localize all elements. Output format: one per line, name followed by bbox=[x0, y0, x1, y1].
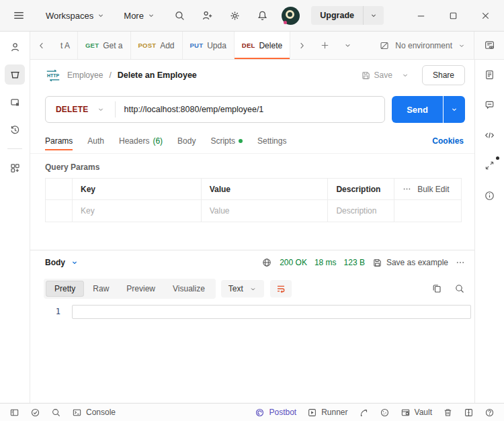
cookies-icon[interactable] bbox=[377, 408, 392, 418]
share-button[interactable]: Share bbox=[422, 65, 465, 85]
chevron-down-icon bbox=[249, 285, 257, 293]
search-response-icon[interactable] bbox=[454, 283, 465, 294]
left-sidebar-rail bbox=[0, 32, 30, 403]
save-button[interactable]: Save bbox=[361, 71, 392, 81]
postbot-label: Postbot bbox=[269, 408, 296, 417]
copy-icon[interactable] bbox=[431, 283, 442, 294]
sidebar-item-environments-icon[interactable] bbox=[5, 92, 25, 112]
user-avatar[interactable] bbox=[282, 7, 300, 25]
wrap-line-icon[interactable] bbox=[270, 280, 292, 297]
app-header: Workspaces More bbox=[0, 0, 504, 32]
row-select-cell[interactable] bbox=[46, 200, 73, 222]
view-visualize[interactable]: Visualize bbox=[164, 281, 214, 297]
request-tab-0[interactable]: t A bbox=[53, 32, 78, 59]
send-options-chevron-icon[interactable] bbox=[444, 96, 465, 123]
request-tab-2[interactable]: POST Add bbox=[131, 32, 183, 59]
request-tab-3[interactable]: PUT Upda bbox=[183, 32, 235, 59]
key-cell bbox=[73, 200, 202, 222]
sidebar-item-collections-icon[interactable] bbox=[5, 64, 25, 85]
response-body-dropdown[interactable]: Body bbox=[45, 258, 79, 267]
tab-scripts[interactable]: Scripts bbox=[210, 128, 243, 153]
notification-dot bbox=[496, 156, 499, 160]
invite-user-icon[interactable] bbox=[199, 7, 215, 24]
main-menu-icon[interactable] bbox=[11, 7, 27, 24]
tab-scripts-label: Scripts bbox=[210, 136, 235, 146]
tab-body[interactable]: Body bbox=[177, 128, 196, 153]
format-dropdown[interactable]: Text bbox=[221, 280, 264, 297]
more-menu[interactable]: More bbox=[124, 11, 155, 21]
capture-requests-icon[interactable] bbox=[356, 408, 372, 418]
value-input[interactable] bbox=[210, 206, 320, 216]
save-as-example-button[interactable]: Save as example bbox=[372, 258, 448, 268]
trash-icon[interactable] bbox=[440, 408, 456, 418]
vault-button[interactable]: Vault bbox=[398, 408, 435, 418]
tab-label: Delete bbox=[259, 41, 282, 50]
sidebar-item-apis-icon[interactable] bbox=[5, 37, 25, 57]
save-as-example-label: Save as example bbox=[386, 258, 448, 267]
globe-icon[interactable] bbox=[261, 257, 272, 268]
tab-label: t A bbox=[60, 41, 70, 50]
url-input-group: DELETE bbox=[45, 96, 385, 123]
find-replace-icon[interactable] bbox=[48, 408, 64, 418]
maximize-window-icon[interactable] bbox=[445, 7, 461, 24]
save-options-chevron-icon[interactable] bbox=[401, 71, 409, 79]
view-raw[interactable]: Raw bbox=[84, 281, 118, 297]
toggle-sidebar-icon[interactable] bbox=[7, 408, 22, 418]
response-more-options-icon[interactable] bbox=[456, 258, 465, 267]
related-requests-icon[interactable] bbox=[480, 156, 499, 175]
console-button[interactable]: Console bbox=[69, 408, 118, 418]
documentation-icon[interactable] bbox=[480, 65, 499, 84]
notifications-bell-icon[interactable] bbox=[254, 7, 270, 24]
split-pane-icon[interactable] bbox=[461, 408, 476, 418]
vault-label: Vault bbox=[415, 408, 432, 417]
code-snippet-icon[interactable] bbox=[480, 126, 499, 144]
postbot-button[interactable]: Postbot bbox=[252, 408, 299, 418]
help-icon[interactable] bbox=[482, 408, 497, 418]
response-size[interactable]: 123 B bbox=[344, 258, 365, 267]
view-preview[interactable]: Preview bbox=[118, 281, 164, 297]
upgrade-chevron-down-icon[interactable] bbox=[364, 6, 384, 25]
key-input[interactable] bbox=[81, 206, 193, 216]
tab-auth[interactable]: Auth bbox=[87, 128, 104, 153]
settings-gear-icon[interactable] bbox=[226, 7, 243, 24]
http-request-icon: HTTP bbox=[45, 69, 61, 82]
workspaces-label: Workspaces bbox=[46, 11, 93, 21]
environment-quick-look-icon[interactable] bbox=[474, 32, 504, 59]
chevron-down-icon bbox=[458, 42, 466, 50]
request-tab-1[interactable]: GET Get a bbox=[78, 32, 131, 59]
request-tab-4-active[interactable]: DEL Delete bbox=[235, 32, 290, 59]
sidebar-item-history-icon[interactable] bbox=[5, 120, 25, 140]
tab-params[interactable]: Params bbox=[45, 128, 73, 153]
query-params-table: Key Value Description Bulk Edit bbox=[45, 178, 462, 222]
minimize-window-icon[interactable] bbox=[413, 7, 429, 24]
tab-headers[interactable]: Headers (6) bbox=[119, 128, 163, 153]
url-input[interactable] bbox=[116, 105, 385, 114]
tab-back-icon[interactable] bbox=[30, 32, 53, 59]
comments-icon[interactable] bbox=[480, 95, 499, 114]
cookies-link[interactable]: Cookies bbox=[432, 136, 464, 146]
add-tab-icon[interactable] bbox=[313, 32, 336, 59]
method-dropdown[interactable]: DELETE bbox=[46, 105, 115, 114]
request-info-icon[interactable] bbox=[480, 186, 499, 205]
view-pretty[interactable]: Pretty bbox=[46, 281, 84, 297]
description-input[interactable] bbox=[336, 206, 386, 216]
runner-button[interactable]: Runner bbox=[304, 408, 350, 418]
upgrade-button[interactable]: Upgrade bbox=[311, 6, 363, 25]
environment-selector[interactable]: No environment bbox=[371, 32, 474, 59]
breadcrumb-collection[interactable]: Employee bbox=[67, 71, 103, 80]
response-time[interactable]: 18 ms bbox=[314, 258, 337, 267]
checks-icon[interactable] bbox=[28, 408, 43, 418]
response-body-line[interactable] bbox=[72, 305, 471, 319]
workspaces-menu[interactable]: Workspaces bbox=[46, 11, 105, 21]
table-row bbox=[46, 200, 461, 222]
search-icon[interactable] bbox=[171, 7, 187, 24]
bulk-edit-button[interactable]: Bulk Edit bbox=[394, 179, 461, 199]
tab-options-chevron-icon[interactable] bbox=[336, 32, 359, 59]
tab-label: Add bbox=[160, 41, 174, 50]
send-button[interactable]: Send bbox=[392, 96, 443, 123]
close-window-icon[interactable] bbox=[477, 7, 493, 24]
tab-forward-icon[interactable] bbox=[290, 32, 313, 59]
tab-settings[interactable]: Settings bbox=[257, 128, 286, 153]
sidebar-configure-modules-icon[interactable] bbox=[5, 158, 25, 178]
status-badge[interactable]: 200 OK bbox=[280, 258, 307, 267]
